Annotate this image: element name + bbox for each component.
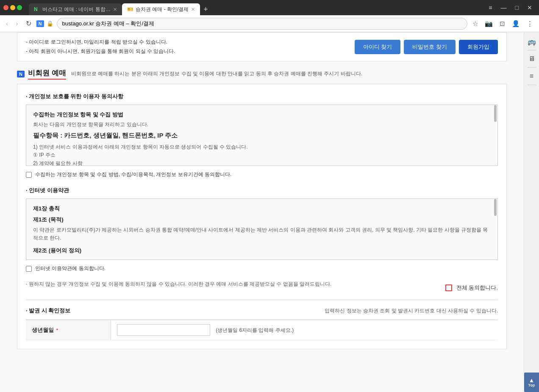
find-id-button[interactable]: 아이디 찾기 xyxy=(355,40,401,54)
back-button[interactable]: ‹ xyxy=(3,18,11,29)
tab1-label: 버스타고 예매 : 네이버 통합검색 xyxy=(42,6,111,13)
split-button[interactable]: ⊡ xyxy=(497,18,508,29)
main-card: 개인정보 보호를 위한 이용자 동의사항 수집하는 개인정보 항목 및 수집 방… xyxy=(17,84,507,349)
non-member-icon: N xyxy=(17,71,25,77)
issue-section-header: 발권 시 확인정보 입력하신 정보는 승차권 조회 및 발권시 카드번호 대신 … xyxy=(26,307,498,315)
minimize-button[interactable]: — xyxy=(497,3,510,13)
forward-button[interactable]: › xyxy=(13,18,20,29)
terms-consent-row: 인터넷 이용약관에 동의합니다. xyxy=(26,265,498,272)
close-button[interactable]: ✕ xyxy=(524,3,536,13)
privacy-contract-label: 2) 계약에 필요한 사항 xyxy=(33,160,491,166)
banner-line1: - 아이디로 로그인하시면, 마일리지를 적립 받으실 수 있습니다. xyxy=(26,38,175,47)
terms-consent-label: 인터넷 이용약관에 동의합니다. xyxy=(35,265,106,272)
title-bar: N 버스타고 예매 : 네이버 통합검색 ✕ 🎫 승차권 예매 - 확인/결제 … xyxy=(0,0,539,15)
profile-button[interactable]: 👤 xyxy=(509,18,522,29)
maximize-button[interactable]: □ xyxy=(512,3,522,13)
tab-bustago-search[interactable]: N 버스타고 예매 : 네이버 통합검색 ✕ xyxy=(29,3,122,15)
privacy-required-items: 필수항목 : 카드번호, 생년월일, 핸드폰번호, IP 주소 xyxy=(33,132,491,140)
terms-article1-body: 이 약관은 로카모빌리티(주)가 제공하는 시외버스 승차권 통합 예약/예매/… xyxy=(33,226,491,242)
screenshot-button[interactable]: 📷 xyxy=(482,18,495,29)
join-button[interactable]: 회원가입 xyxy=(459,40,498,54)
privacy-section-title: 개인정보 보호를 위한 이용자 동의사항 xyxy=(26,93,498,100)
address-bar-actions: ☆ 📷 ⊡ 👤 ⋮ xyxy=(470,18,536,29)
all-agree-right: 전체 동의합니다. xyxy=(445,284,498,292)
terms-scrollbar[interactable] xyxy=(493,199,497,259)
privacy-scrollbar[interactable] xyxy=(493,105,497,166)
tab-ticket-purchase[interactable]: 🎫 승차권 예매 - 확인/결제 ✕ xyxy=(122,3,200,15)
privacy-consent-label: 수집하는 개인정보 항목 및 수집 방법, 수집/이용목적, 개인정보 보유기간… xyxy=(35,171,231,178)
sidebar-bus-icon[interactable]: 🚌 xyxy=(526,36,538,47)
tab1-favicon: N xyxy=(34,6,40,12)
top-button[interactable]: ▲ Top xyxy=(524,373,539,392)
tab2-label: 승차권 예매 - 확인/결제 xyxy=(136,6,189,13)
sidebar-divider1 xyxy=(528,50,536,50)
bookmark-button[interactable]: ☆ xyxy=(470,18,481,29)
banner-line2: - 아직 회원이 아니시면, 회원가입을 통해 회원이 되실 수 있습니다. xyxy=(26,47,175,56)
all-agree-checkbox[interactable] xyxy=(445,284,452,291)
tab2-favicon: 🎫 xyxy=(127,6,133,12)
find-password-button[interactable]: 비밀번호 찾기 xyxy=(404,40,456,54)
birth-date-label: 생년월일 * xyxy=(26,320,111,340)
terms-scrollbar-thumb[interactable] xyxy=(494,199,497,216)
privacy-auto-collect: 1) 인터넷 서비스 이용과정에서 아래의 개인정보 항목이 자동으로 생성되어… xyxy=(33,143,491,151)
section-divider xyxy=(26,300,498,300)
title-actions: ≡ — □ ✕ xyxy=(485,3,536,13)
list-button[interactable]: ≡ xyxy=(485,3,495,13)
window-controls xyxy=(3,5,22,10)
scroll-area: - 아이디로 로그인하시면, 마일리지를 적립 받으실 수 있습니다. - 아직… xyxy=(0,32,524,358)
top-arrow-icon: ▲ xyxy=(529,377,535,383)
issue-section-note: 입력하신 정보는 승차권 조회 및 발권시 카드번호 대신 사용하실 수 있습니… xyxy=(325,307,498,315)
privacy-consent-checkbox[interactable] xyxy=(26,172,32,178)
tab-bar: N 버스타고 예매 : 네이버 통합검색 ✕ 🎫 승차권 예매 - 확인/결제 … xyxy=(29,0,482,15)
close-control[interactable] xyxy=(3,5,8,10)
all-agree-notice: 원하지 않는 경우 개인정보 수집 및 이용에 동의하지 않을 수 있습니다. … xyxy=(26,281,331,288)
privacy-ip-label: ① IP 주소 xyxy=(33,151,491,159)
lock-icon: 🔒 xyxy=(47,20,53,27)
maximize-control[interactable] xyxy=(17,5,22,10)
browser-icon: N xyxy=(36,20,44,27)
terms-chapter1: 제1장 총칙 xyxy=(33,205,491,213)
right-sidebar: 🚌 🖥 ≡ ▲ Top xyxy=(524,32,539,392)
birth-date-hint: (생년월일 6자리를 입력해 주세요.) xyxy=(216,327,294,333)
new-tab-button[interactable]: + xyxy=(200,3,211,15)
issue-table: 생년월일 * (생년월일 6자리를 입력해 주세요.) xyxy=(26,320,498,340)
birth-date-input[interactable] xyxy=(117,324,210,336)
tab1-close-icon[interactable]: ✕ xyxy=(113,7,117,12)
minimize-control[interactable] xyxy=(10,5,15,10)
terms-box: 제1장 총칙 제1조 (목적) 이 약관은 로카모빌리티(주)가 제공하는 시외… xyxy=(26,199,498,260)
privacy-body1: 회사는 다음의 개인정보 항목을 처리하고 있습니다. xyxy=(33,121,491,128)
refresh-button[interactable]: ↻ xyxy=(23,18,34,29)
non-member-header: N 비회원 예매 비회원으로 예매를 하시는 분은 아래의 개인정보 수집 및 … xyxy=(17,68,507,80)
menu-button[interactable]: ⋮ xyxy=(524,18,536,29)
sidebar-divider2 xyxy=(528,67,536,68)
table-row-birth: 생년월일 * (생년월일 6자리를 입력해 주세요.) xyxy=(26,320,498,340)
address-bar: ‹ › ↻ N 🔒 ☆ 📷 ⊡ 👤 ⋮ xyxy=(0,15,539,32)
birth-date-cell: (생년월일 6자리를 입력해 주세요.) xyxy=(111,320,498,340)
privacy-scrollbar-thumb[interactable] xyxy=(494,105,497,122)
terms-consent-checkbox[interactable] xyxy=(26,266,32,272)
sidebar-screen-icon[interactable]: 🖥 xyxy=(526,53,538,65)
banner-buttons: 아이디 찾기 비밀번호 찾기 회원가입 xyxy=(355,40,498,54)
issue-info-section: 발권 시 확인정보 입력하신 정보는 승차권 조회 및 발권시 카드번호 대신 … xyxy=(26,307,498,340)
all-agree-row: 원하지 않는 경우 개인정보 수집 및 이용에 동의하지 않을 수 있습니다. … xyxy=(26,281,498,295)
terms-section-title: 인터넷 이용약관 xyxy=(26,187,498,194)
birth-date-required: * xyxy=(56,328,58,333)
terms-article2-title: 제2조 (용어의 정의) xyxy=(33,247,491,254)
terms-article1-title: 제1조 (목적) xyxy=(33,216,491,224)
page-content: 🚌 🖥 ≡ ▲ Top - 아이디로 로그인하시면, 마일리지를 적립 받으실 … xyxy=(0,32,539,392)
issue-section-title: 발권 시 확인정보 xyxy=(26,307,70,315)
banner-text: - 아이디로 로그인하시면, 마일리지를 적립 받으실 수 있습니다. - 아직… xyxy=(26,38,175,56)
non-member-title: 비회원 예매 xyxy=(28,68,66,80)
top-banner: - 아이디로 로그인하시면, 마일리지를 적립 받으실 수 있습니다. - 아직… xyxy=(17,32,507,61)
tab2-close-icon[interactable]: ✕ xyxy=(191,7,195,12)
privacy-box-subtitle: 수집하는 개인정보 항목 및 수집 방법 xyxy=(33,111,491,119)
top-label: Top xyxy=(528,383,535,387)
privacy-consent-row: 수집하는 개인정보 항목 및 수집 방법, 수집/이용목적, 개인정보 보유기간… xyxy=(26,171,498,178)
url-input[interactable] xyxy=(57,18,467,30)
non-member-description: 비회원으로 예매를 하시는 분은 아래의 개인정보 수집 및 이용에 대한 안내… xyxy=(71,70,362,77)
privacy-box: 수집하는 개인정보 항목 및 수집 방법 회사는 다음의 개인정보 항목을 처리… xyxy=(26,105,498,166)
sidebar-menu-icon[interactable]: ≡ xyxy=(526,70,538,82)
all-agree-label: 전체 동의합니다. xyxy=(456,284,498,292)
sidebar-divider3 xyxy=(528,85,536,85)
